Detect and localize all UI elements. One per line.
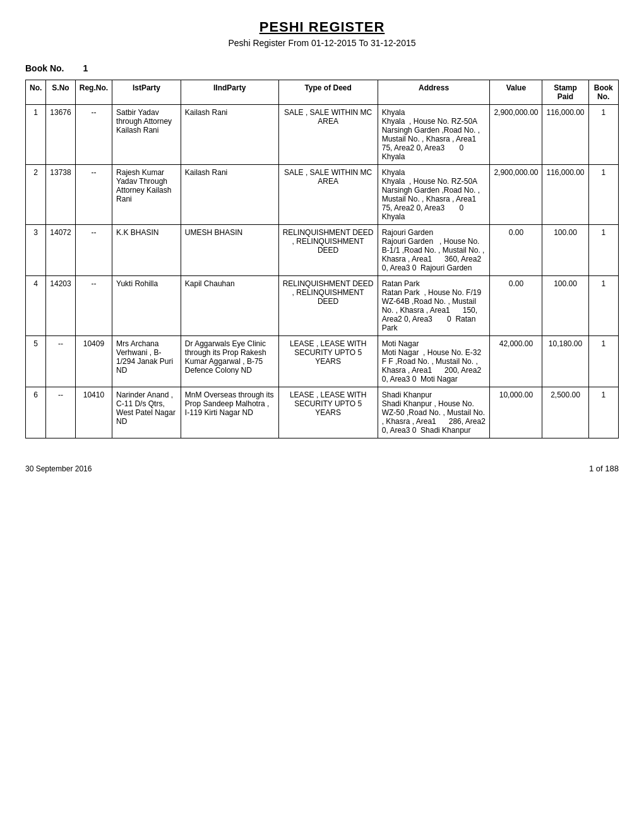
table-cell: 42,000.00 (490, 336, 542, 387)
col-value: Value (490, 80, 542, 105)
col-istparty: IstParty (112, 80, 181, 105)
book-no-value: 1 (83, 63, 88, 73)
table-cell: 100.00 (542, 276, 588, 336)
table-cell: Kailash Rani (181, 105, 278, 165)
table-cell: 1 (588, 105, 618, 165)
table-cell: Rajesh Kumar Yadav Through Attorney Kail… (112, 165, 181, 225)
table-cell: Dr Aggarwals Eye Clinic through its Prop… (181, 336, 278, 387)
table-cell: LEASE , LEASE WITH SECURITY UPTO 5 YEARS (278, 336, 378, 387)
table-cell: -- (75, 165, 112, 225)
table-cell: Shadi Khanpur Shadi Khanpur , House No. … (378, 387, 490, 438)
table-cell: 2,900,000.00 (490, 105, 542, 165)
table-cell: 13676 (46, 105, 75, 165)
table-cell: 1 (588, 225, 618, 276)
table-cell: 1 (588, 165, 618, 225)
table-cell: -- (75, 225, 112, 276)
col-stamp-paid: StampPaid (542, 80, 588, 105)
table-cell: K.K BHASIN (112, 225, 181, 276)
table-cell: 1 (588, 387, 618, 438)
table-cell: 0.00 (490, 276, 542, 336)
table-cell: 4 (26, 276, 46, 336)
table-cell: Mrs Archana Verhwani , B-1/294 Janak Pur… (112, 336, 181, 387)
table-cell: RELINQUISHMENT DEED , RELINQUISHMENT DEE… (278, 225, 378, 276)
table-row: 113676--Satbir Yadav through Attorney Ka… (26, 105, 619, 165)
table-row: 6--10410Narinder Anand , C-11 D/s Qtrs, … (26, 387, 619, 438)
table-cell: -- (46, 387, 75, 438)
footer-page-info: 1 of 188 (589, 464, 619, 473)
table-cell: -- (75, 105, 112, 165)
table-cell: 10409 (75, 336, 112, 387)
table-cell: RELINQUISHMENT DEED , RELINQUISHMENT DEE… (278, 276, 378, 336)
table-row: 5--10409Mrs Archana Verhwani , B-1/294 J… (26, 336, 619, 387)
col-address: Address (378, 80, 490, 105)
page-subtitle: Peshi Register From 01-12-2015 To 31-12-… (25, 38, 619, 48)
table-cell: 2 (26, 165, 46, 225)
footer-date: 30 September 2016 (25, 464, 92, 473)
table-row: 414203--Yukti RohillaKapil ChauhanRELINQ… (26, 276, 619, 336)
col-book-no: Book No. (588, 80, 618, 105)
table-cell: Kailash Rani (181, 165, 278, 225)
table-cell: 1 (588, 336, 618, 387)
table-cell: Ratan Park Ratan Park , House No. F/19 W… (378, 276, 490, 336)
col-sno: S.No (46, 80, 75, 105)
table-row: 314072--K.K BHASINUMESH BHASINRELINQUISH… (26, 225, 619, 276)
col-regno: Reg.No. (75, 80, 112, 105)
table-cell: -- (75, 276, 112, 336)
table-cell: MnM Overseas through its Prop Sandeep Ma… (181, 387, 278, 438)
table-cell: 1 (588, 276, 618, 336)
table-cell: 0.00 (490, 225, 542, 276)
table-cell: Rajouri Garden Rajouri Garden , House No… (378, 225, 490, 276)
book-no-label: Book No. (25, 63, 64, 73)
table-cell: 3 (26, 225, 46, 276)
col-iindparty: IIndParty (181, 80, 278, 105)
register-table: No. S.No Reg.No. IstParty IIndParty Type… (25, 80, 619, 438)
page-title: PESHI REGISTER (25, 19, 619, 35)
col-type-of-deed: Type of Deed (278, 80, 378, 105)
table-cell: 13738 (46, 165, 75, 225)
table-cell: Kapil Chauhan (181, 276, 278, 336)
table-cell: 10,000.00 (490, 387, 542, 438)
table-cell: 116,000.00 (542, 165, 588, 225)
table-cell: 5 (26, 336, 46, 387)
table-cell: 10410 (75, 387, 112, 438)
table-cell: UMESH BHASIN (181, 225, 278, 276)
table-cell: Khyala Khyala , House No. RZ-50A Narsing… (378, 105, 490, 165)
table-cell: 1 (26, 105, 46, 165)
table-row: 213738--Rajesh Kumar Yadav Through Attor… (26, 165, 619, 225)
table-cell: 100.00 (542, 225, 588, 276)
table-cell: 14203 (46, 276, 75, 336)
table-cell: 10,180.00 (542, 336, 588, 387)
table-cell: SALE , SALE WITHIN MC AREA (278, 105, 378, 165)
table-cell: 14072 (46, 225, 75, 276)
table-cell: 2,500.00 (542, 387, 588, 438)
table-cell: 116,000.00 (542, 105, 588, 165)
table-cell: Narinder Anand , C-11 D/s Qtrs, West Pat… (112, 387, 181, 438)
table-cell: Satbir Yadav through Attorney Kailash Ra… (112, 105, 181, 165)
table-cell: SALE , SALE WITHIN MC AREA (278, 165, 378, 225)
table-cell: LEASE , LEASE WITH SECURITY UPTO 5 YEARS (278, 387, 378, 438)
table-cell: Moti Nagar Moti Nagar , House No. E-32 F… (378, 336, 490, 387)
table-cell: -- (46, 336, 75, 387)
col-no: No. (26, 80, 46, 105)
table-cell: 6 (26, 387, 46, 438)
table-cell: Khyala Khyala , House No. RZ-50A Narsing… (378, 165, 490, 225)
table-cell: Yukti Rohilla (112, 276, 181, 336)
table-cell: 2,900,000.00 (490, 165, 542, 225)
